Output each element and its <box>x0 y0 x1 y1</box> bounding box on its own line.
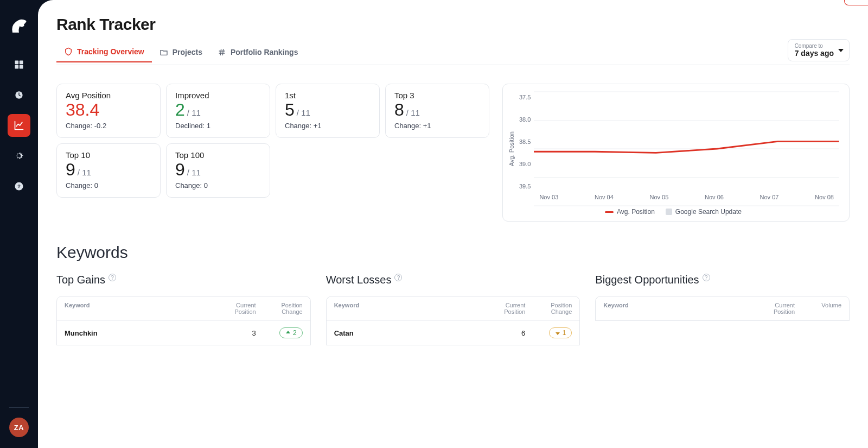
card-title: Improved <box>175 91 261 100</box>
app-logo <box>9 16 29 36</box>
biggest-opportunities-title: Biggest Opportunities ? <box>595 274 850 286</box>
card-sub: Change: -0.2 <box>66 122 151 130</box>
card-sub: Change: 0 <box>66 181 151 190</box>
svg-rect-0 <box>15 61 19 65</box>
chart-y-ticks: 37.538.038.539.039.5 <box>516 92 534 206</box>
card-value: 38.4 <box>66 101 99 118</box>
col-current-position: CurrentPosition <box>759 302 798 315</box>
summary-cards: Avg Position 38.4 Change: -0.2 Improved … <box>56 84 489 222</box>
card-avg-position[interactable]: Avg Position 38.4 Change: -0.2 <box>56 84 161 138</box>
legend-label: Google Search Update <box>675 208 742 216</box>
legend-swatch-square <box>666 209 672 215</box>
svg-text:?: ? <box>17 184 21 189</box>
card-title: Top 100 <box>175 150 261 160</box>
avg-position-chart: Avg. Position 37.538.038.539.039.5 <box>502 84 850 222</box>
col-volume: Volume <box>798 302 841 315</box>
card-denom: / 11 <box>406 108 420 117</box>
legend-label: Avg. Position <box>617 208 655 216</box>
table-row[interactable]: Catan 6 1 <box>327 320 580 345</box>
nav-help-icon[interactable]: ? <box>8 175 30 198</box>
worst-losses-title: Worst Losses ? <box>326 274 580 286</box>
card-title: 1st <box>285 91 371 100</box>
chart-legend: Avg. Position Google Search Update <box>507 208 839 216</box>
card-title: Top 10 <box>66 150 151 160</box>
card-denom: / 11 <box>78 168 91 177</box>
tab-bar: Tracking Overview Projects Portfolio Ran… <box>56 39 850 65</box>
card-sub: Declined: 1 <box>175 122 261 130</box>
card-sub: Change: 0 <box>175 181 261 190</box>
nav-dashboard-icon[interactable] <box>8 53 30 76</box>
side-panel-toggle[interactable] <box>844 0 868 5</box>
tab-label: Portfolio Rankings <box>231 48 298 56</box>
help-icon[interactable]: ? <box>703 274 710 281</box>
card-top3[interactable]: Top 3 8/ 11 Change: +1 <box>385 84 489 138</box>
keywords-heading: Keywords <box>56 243 850 262</box>
position-change-badge: 1 <box>549 327 572 338</box>
tab-portfolio-rankings[interactable]: Portfolio Rankings <box>210 42 305 62</box>
chevron-down-icon <box>838 49 844 52</box>
cell-position: 3 <box>220 329 259 337</box>
worst-losses-table: Keyword CurrentPosition PositionChange C… <box>326 296 580 345</box>
card-sub: Change: +1 <box>285 122 371 130</box>
tab-tracking-overview[interactable]: Tracking Overview <box>56 42 152 62</box>
compare-label: Compare to <box>795 43 834 49</box>
svg-rect-3 <box>20 65 23 69</box>
card-sub: Change: +1 <box>394 122 480 130</box>
card-top100[interactable]: Top 100 9/ 11 Change: 0 <box>166 143 270 198</box>
tab-label: Tracking Overview <box>77 47 144 56</box>
help-icon[interactable]: ? <box>394 274 402 281</box>
nav-rank-tracker-icon[interactable] <box>8 114 30 137</box>
col-position-change: PositionChange <box>528 302 572 315</box>
nav-settings-icon[interactable] <box>8 144 30 167</box>
svg-rect-1 <box>20 61 23 65</box>
main-panel: Rank Tracker Tracking Overview Projects … <box>38 0 868 448</box>
compare-value: 7 days ago <box>795 49 834 58</box>
sidebar: ? ZA <box>0 0 38 448</box>
card-denom: / 11 <box>187 168 201 177</box>
biggest-opportunities-table: Keyword CurrentPosition Volume <box>595 296 850 321</box>
card-top10[interactable]: Top 10 9/ 11 Change: 0 <box>56 143 161 198</box>
card-first[interactable]: 1st 5/ 11 Change: +1 <box>276 84 380 138</box>
cell-keyword: Munchkin <box>65 329 220 337</box>
tab-projects[interactable]: Projects <box>152 42 210 62</box>
cell-position: 6 <box>489 329 528 337</box>
chart-x-ticks: Nov 03Nov 04Nov 05Nov 06Nov 07Nov 08 <box>534 194 839 200</box>
card-denom: / 11 <box>187 108 201 117</box>
table-row[interactable]: Munchkin 3 2 <box>57 320 310 345</box>
tab-label: Projects <box>173 48 202 56</box>
card-value: 9 <box>66 161 75 178</box>
chart-svg <box>534 92 839 206</box>
top-gains-title: Top Gains ? <box>56 274 311 286</box>
col-keyword: Keyword <box>334 302 490 315</box>
card-denom: / 11 <box>297 108 310 117</box>
card-value: 9 <box>175 161 185 178</box>
col-current-position: CurrentPosition <box>220 302 259 315</box>
col-current-position: CurrentPosition <box>489 302 528 315</box>
card-value: 5 <box>285 101 295 118</box>
nav-clock-icon[interactable] <box>8 84 30 106</box>
user-avatar[interactable]: ZA <box>9 418 29 437</box>
legend-swatch-line <box>605 211 614 213</box>
top-gains-table: Keyword CurrentPosition PositionChange M… <box>56 296 311 345</box>
col-position-change: PositionChange <box>259 302 303 315</box>
sidebar-separator <box>9 407 29 408</box>
cell-keyword: Catan <box>334 329 490 337</box>
col-keyword: Keyword <box>65 302 220 315</box>
page-title: Rank Tracker <box>56 15 850 34</box>
card-value: 2 <box>175 101 185 118</box>
svg-rect-2 <box>15 65 19 69</box>
card-value: 8 <box>394 101 404 118</box>
help-icon[interactable]: ? <box>108 274 116 281</box>
card-title: Avg Position <box>66 91 151 100</box>
compare-dropdown[interactable]: Compare to 7 days ago <box>788 39 850 61</box>
card-improved[interactable]: Improved 2/ 11 Declined: 1 <box>166 84 270 138</box>
card-title: Top 3 <box>394 91 480 100</box>
chart-y-label: Avg. Position <box>507 131 516 166</box>
col-keyword: Keyword <box>603 302 759 315</box>
position-change-badge: 2 <box>279 327 303 338</box>
